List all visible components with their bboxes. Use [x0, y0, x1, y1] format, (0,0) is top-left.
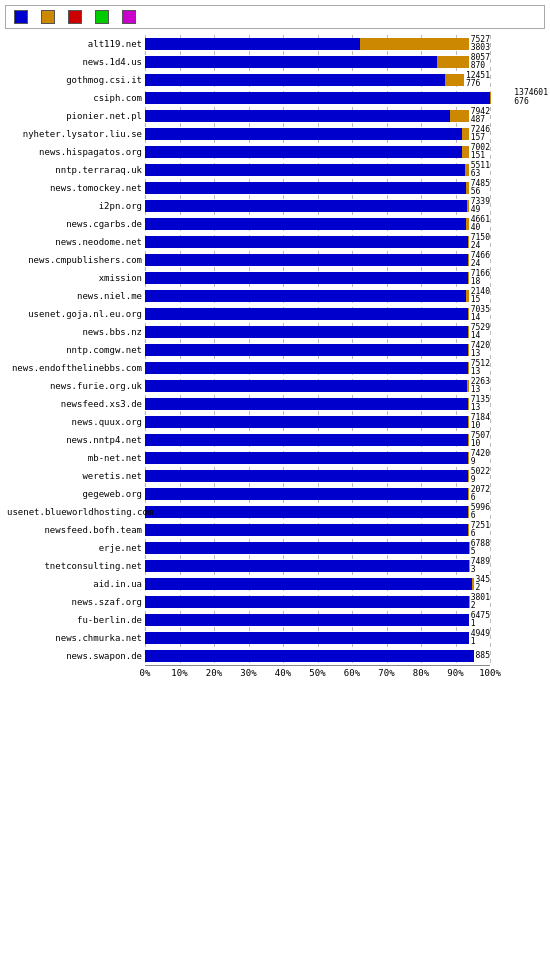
- bar-label-18: 751213: [471, 360, 490, 376]
- row-label-25: gegeweb.org: [7, 489, 145, 499]
- bar-label-30: 3452: [476, 576, 490, 592]
- row-label-28: erje.net: [7, 543, 145, 553]
- bar-label-20: 713513: [471, 396, 490, 412]
- bar-container-17: 742013: [145, 341, 490, 359]
- bar-container-23: 74209: [145, 449, 490, 467]
- refused-bar-14: [466, 290, 468, 302]
- accepted-bar-22: [145, 434, 468, 446]
- accepted-bar-8: [145, 182, 466, 194]
- accepted-bar-16: [145, 326, 468, 338]
- bar-label-0: 75273803: [471, 36, 490, 52]
- row-21: news.quux.org718410: [145, 413, 490, 431]
- x-tick-4: 40%: [275, 668, 291, 678]
- row-label-23: mb-net.net: [7, 453, 145, 463]
- refused-bar-10: [466, 218, 469, 230]
- accepted-bar-4: [145, 110, 450, 122]
- row-label-1: news.1d4.us: [7, 57, 145, 67]
- row-label-6: news.hispagatos.org: [7, 147, 145, 157]
- refused-bar-12: [468, 254, 469, 266]
- accepted-bar-10: [145, 218, 466, 230]
- row-5: nyheter.lysator.liu.se7246157: [145, 125, 490, 143]
- accepted-bar-7: [145, 164, 465, 176]
- row-29: tnetconsulting.net74893: [145, 557, 490, 575]
- refused-color: [41, 10, 55, 24]
- bar-label-21: 718410: [471, 414, 490, 430]
- bar-label-17: 742013: [471, 342, 490, 358]
- bar-container-24: 50229: [145, 467, 490, 485]
- bar-label-9: 733949: [471, 198, 490, 214]
- bar-container-6: 7002151: [145, 143, 490, 161]
- bar-label-14: 214015: [471, 288, 490, 304]
- row-22: news.nntp4.net750710: [145, 431, 490, 449]
- bar-container-8: 748556: [145, 179, 490, 197]
- row-17: nntp.comgw.net742013: [145, 341, 490, 359]
- bar-container-0: 75273803: [145, 35, 490, 53]
- bar-container-11: 715024: [145, 233, 490, 251]
- row-label-10: news.cgarbs.de: [7, 219, 145, 229]
- row-label-27: newsfeed.bofh.team: [7, 525, 145, 535]
- row-4: pionier.net.pl7942487: [145, 107, 490, 125]
- bar-label-26: 59966: [471, 504, 490, 520]
- bar-label-6: 7002151: [471, 144, 490, 160]
- accepted-bar-12: [145, 254, 468, 266]
- rows-container: alt119.net75273803news.1d4.us8057870goth…: [145, 35, 490, 665]
- missing-color: [95, 10, 109, 24]
- row-20: newsfeed.xs3.de713513: [145, 395, 490, 413]
- row-14: news.niel.me214015: [145, 287, 490, 305]
- bar-label-34: 885: [476, 652, 490, 661]
- refused-bar-30: [472, 578, 474, 590]
- x-tick-6: 60%: [344, 668, 360, 678]
- refused-bar-13: [468, 272, 469, 284]
- row-25: gegeweb.org20726: [145, 485, 490, 503]
- bar-label-31: 38012: [471, 594, 490, 610]
- bar-label-1: 8057870: [471, 54, 490, 70]
- bar-label-22: 750710: [471, 432, 490, 448]
- bar-container-29: 74893: [145, 557, 490, 575]
- row-8: news.tomockey.net748556: [145, 179, 490, 197]
- accepted-bar-23: [145, 452, 468, 464]
- row-23: mb-net.net74209: [145, 449, 490, 467]
- accepted-bar-21: [145, 416, 468, 428]
- x-tick-5: 50%: [309, 668, 325, 678]
- refused-bar-6: [462, 146, 469, 158]
- row-1: news.1d4.us8057870: [145, 53, 490, 71]
- bar-container-16: 752914: [145, 323, 490, 341]
- refused-bar-4: [450, 110, 469, 122]
- row-18: news.endofthelinebbs.com751213: [145, 359, 490, 377]
- bar-container-20: 713513: [145, 395, 490, 413]
- x-tick-0: 0%: [140, 668, 151, 678]
- bar-container-9: 733949: [145, 197, 490, 215]
- refused-bar-0: [360, 38, 469, 50]
- x-tick-1: 10%: [171, 668, 187, 678]
- bar-container-21: 718410: [145, 413, 490, 431]
- refused-bar-18: [468, 362, 469, 374]
- row-label-29: tnetconsulting.net: [7, 561, 145, 571]
- row-label-20: newsfeed.xs3.de: [7, 399, 145, 409]
- refused-bar-11: [468, 236, 469, 248]
- bar-container-13: 716618: [145, 269, 490, 287]
- row-label-17: nntp.comgw.net: [7, 345, 145, 355]
- row-label-22: news.nntp4.net: [7, 435, 145, 445]
- row-label-33: news.chmurka.net: [7, 633, 145, 643]
- accepted-bar-0: [145, 38, 360, 50]
- accepted-bar-33: [145, 632, 469, 644]
- row-30: aid.in.ua3452: [145, 575, 490, 593]
- row-label-13: xmission: [7, 273, 145, 283]
- row-label-3: csiph.com: [7, 93, 145, 103]
- bar-container-4: 7942487: [145, 107, 490, 125]
- bar-label-4: 7942487: [471, 108, 490, 124]
- bar-label-19: 226313: [471, 378, 490, 394]
- bar-container-14: 214015: [145, 287, 490, 305]
- chart-container: alt119.net75273803news.1d4.us8057870goth…: [0, 0, 550, 725]
- row-label-2: gothmog.csi.it: [7, 75, 145, 85]
- x-tick-10: 100%: [479, 668, 501, 678]
- refused-bar-20: [468, 398, 469, 410]
- bar-label-10: 466140: [471, 216, 490, 232]
- bar-container-19: 226313: [145, 377, 490, 395]
- x-tick-7: 70%: [378, 668, 394, 678]
- row-16: news.bbs.nz752914: [145, 323, 490, 341]
- row-11: news.neodome.net715024: [145, 233, 490, 251]
- bar-container-2: 12451776: [145, 71, 490, 89]
- x-tick-3: 30%: [240, 668, 256, 678]
- row-label-26: usenet.blueworldhosting.com: [7, 507, 145, 517]
